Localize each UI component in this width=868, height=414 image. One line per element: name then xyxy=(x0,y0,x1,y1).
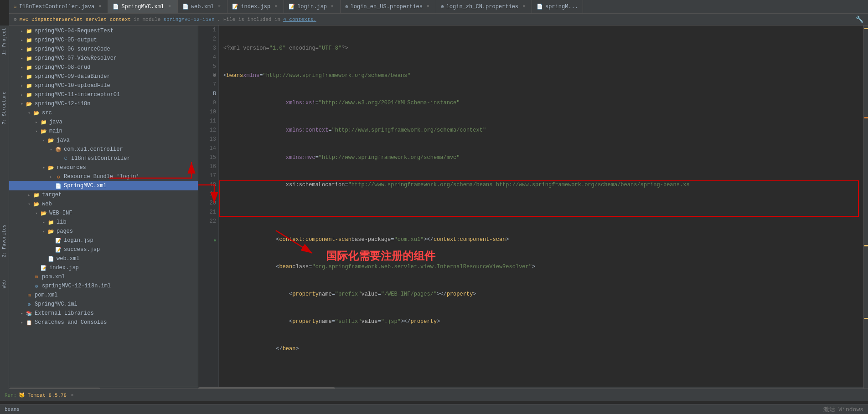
tree-item-ext-libs[interactable]: 📚 External Libraries xyxy=(9,309,198,318)
tab-springm[interactable]: 📄 springM... xyxy=(532,0,583,14)
tree-item-springiml[interactable]: ⚙ SpringMVC.iml xyxy=(9,300,198,309)
structure-icon[interactable]: 7: Structure xyxy=(2,92,7,124)
tree-item-pom1[interactable]: m pom.xml xyxy=(9,272,198,281)
tree-item-out[interactable]: 📁 springMVC-05-output xyxy=(9,36,198,45)
tree-item-target[interactable]: 📁 target xyxy=(9,190,198,199)
web-icon[interactable]: Web xyxy=(2,280,7,288)
tree-item-main[interactable]: 📂 main xyxy=(9,127,198,136)
run-close[interactable]: × xyxy=(71,393,74,398)
folder-icon: 📁 xyxy=(26,46,33,52)
tab-springmvc[interactable]: 📄 SpringMVC.xml × xyxy=(108,0,178,14)
tree-item-lib[interactable]: 📁 lib xyxy=(9,218,198,227)
status-bar: beans 激活 Windows xyxy=(0,404,868,414)
tree-item-rb[interactable]: ⚙ Resource Bundle 'login' xyxy=(9,172,198,181)
pom-icon-root: m xyxy=(26,292,33,298)
scratches-icon: 📋 xyxy=(26,320,33,326)
project-icon[interactable]: 1: Project xyxy=(2,28,7,55)
windows-activate-text[interactable]: 激活 Windows xyxy=(823,405,863,414)
line-6: xsi:schemaLocation="http://www.springfra… xyxy=(223,180,863,189)
file-label: . File is included in xyxy=(217,17,281,22)
rb-icon: ⚙ xyxy=(55,174,62,180)
folder-icon-lib: 📁 xyxy=(47,220,55,225)
tree-item-java1[interactable]: 📁 java xyxy=(9,118,198,127)
tab-close-index[interactable]: × xyxy=(273,4,279,10)
tab-login-en[interactable]: ⚙ login_en_US.properties × xyxy=(341,0,436,14)
folder-icon-pages: 📂 xyxy=(47,229,55,235)
tab-index[interactable]: 📝 index.jsp × xyxy=(227,0,284,14)
tree-item-web-xml[interactable]: 📄 web.xml xyxy=(9,254,198,263)
line-1: <?xml version="1.0" encoding="UTF-8"?> xyxy=(223,44,863,53)
favorites-icon[interactable]: 2: Favorites xyxy=(2,225,7,257)
folder-icon: 📁 xyxy=(26,83,33,89)
arrow-resources xyxy=(40,165,47,170)
tree-item-crud[interactable]: 📁 springMVC-08-crud xyxy=(9,63,198,72)
arrow-pages xyxy=(40,229,47,234)
tree-item-springmvc-xml[interactable]: 📄 SpringMVC.xml xyxy=(9,181,198,190)
tree-item-i18n[interactable]: 📂 springMVC-12-i18n xyxy=(9,99,198,108)
line-12: </bean> xyxy=(223,344,863,353)
tree-item-src[interactable]: 📂 src xyxy=(9,108,198,118)
arrow-view xyxy=(18,56,26,61)
folder-icon: 📁 xyxy=(26,92,33,98)
module-name-label: springMVC-12-i18n xyxy=(163,17,214,22)
ctrl-icon: C xyxy=(62,156,69,161)
tree-item-index-jsp[interactable]: 📝 index.jsp xyxy=(9,263,198,272)
arrow-out xyxy=(18,38,26,43)
tree-item-bind[interactable]: 📁 springMVC-09-dataBinder xyxy=(9,72,198,81)
xml-icon-sm: 📄 xyxy=(537,4,543,10)
iml-icon-spring: ⚙ xyxy=(26,302,33,307)
jsp-icon-login: 📝 xyxy=(289,4,295,10)
tree-item-java2[interactable]: 📂 java xyxy=(9,136,198,145)
tab-close-springmvc[interactable]: × xyxy=(166,4,173,10)
props-icon: ⚙ xyxy=(345,4,348,10)
folder-icon-i18n: 📂 xyxy=(26,101,33,107)
tree-item-i18n-ctrl[interactable]: C I18nTestController xyxy=(9,154,198,163)
contexts-link[interactable]: 4 contexts. xyxy=(283,17,316,22)
folder-icon-java2: 📂 xyxy=(47,138,55,143)
tab-i18n[interactable]: ☕ I18nTestController.java × xyxy=(9,0,108,14)
tree-item-resources[interactable]: 📂 resources xyxy=(9,163,198,172)
code-editor: 1 2 3 4 5 6 7 8 9 10 11 12 13 14 15 16 1 xyxy=(198,26,868,391)
tab-close-login-zh[interactable]: × xyxy=(521,4,527,10)
tree-item-inter[interactable]: 📁 springMVC-11-interceptor01 xyxy=(9,90,198,99)
tree-item-login-jsp[interactable]: 📝 login.jsp xyxy=(9,236,198,245)
tab-bar: ☕ I18nTestController.java × 📄 SpringMVC.… xyxy=(9,0,868,14)
arrow-i18n xyxy=(18,102,26,107)
arrow-upload xyxy=(18,83,26,88)
tree-item-success-jsp[interactable]: 📝 success.jsp xyxy=(9,245,198,254)
tab-close-login[interactable]: × xyxy=(329,4,336,10)
arrow-src2 xyxy=(18,47,26,52)
tab-login-zh[interactable]: ⚙ login_zh_CN.properties × xyxy=(436,0,532,14)
tree-item-req[interactable]: 📁 springMVC-04-RequestTest xyxy=(9,26,198,36)
tree-item-pages[interactable]: 📂 pages xyxy=(9,227,198,236)
code-content[interactable]: <?xml version="1.0" encoding="UTF-8"?> ⊕… xyxy=(219,26,868,387)
props-icon-zh: ⚙ xyxy=(441,4,444,10)
tree-item-upload[interactable]: 📁 springMVC-10-uploadFile xyxy=(9,81,198,90)
arrow-ctrl-pkg xyxy=(47,147,55,152)
arrow-main xyxy=(33,129,40,134)
tab-login[interactable]: 📝 login.jsp × xyxy=(284,0,341,14)
tab-close-login-en[interactable]: × xyxy=(425,4,431,10)
tree-item-ctrl-pkg[interactable]: 📦 com.xu1.controller xyxy=(9,145,198,154)
arrow-lib xyxy=(40,220,47,225)
tree-item-web[interactable]: 📂 web xyxy=(9,199,198,209)
arrow-java2 xyxy=(40,138,47,143)
line-2: ⊕ <beans xmlns="http://www.springframewo… xyxy=(223,71,863,80)
tree-item-iml1[interactable]: ⚙ springMVC-12-i18n.iml xyxy=(9,281,198,291)
tree-item-scratches[interactable]: 📋 Scratches and Consoles xyxy=(9,318,198,327)
iml-icon: ⚙ xyxy=(33,283,40,289)
java-icon: ☕ xyxy=(14,4,17,10)
file-tree: 📁 springMVC-04-RequestTest 📁 springMVC-0… xyxy=(9,26,198,391)
jsp-icon-success: 📝 xyxy=(55,247,62,253)
status-text: beans xyxy=(5,407,20,412)
wrench-button[interactable]: 🔧 xyxy=(856,15,863,23)
tree-item-view[interactable]: 📁 springMVC-07-ViewResolver xyxy=(9,54,198,63)
line-11: <property name="suffix" value=".jsp"></p… xyxy=(223,317,863,326)
code-area[interactable]: 1 2 3 4 5 6 7 8 9 10 11 12 13 14 15 16 1 xyxy=(198,26,868,387)
tree-item-src2[interactable]: 📁 springMVC-06-sourceCode xyxy=(9,45,198,54)
tab-close-web[interactable]: × xyxy=(216,4,222,10)
tree-item-pom2[interactable]: m pom.xml xyxy=(9,291,198,300)
tree-item-webinf[interactable]: 📂 WEB-INF xyxy=(9,209,198,218)
tab-web[interactable]: 📄 web.xml × xyxy=(178,0,227,14)
tab-close-i18n[interactable]: × xyxy=(97,4,103,10)
